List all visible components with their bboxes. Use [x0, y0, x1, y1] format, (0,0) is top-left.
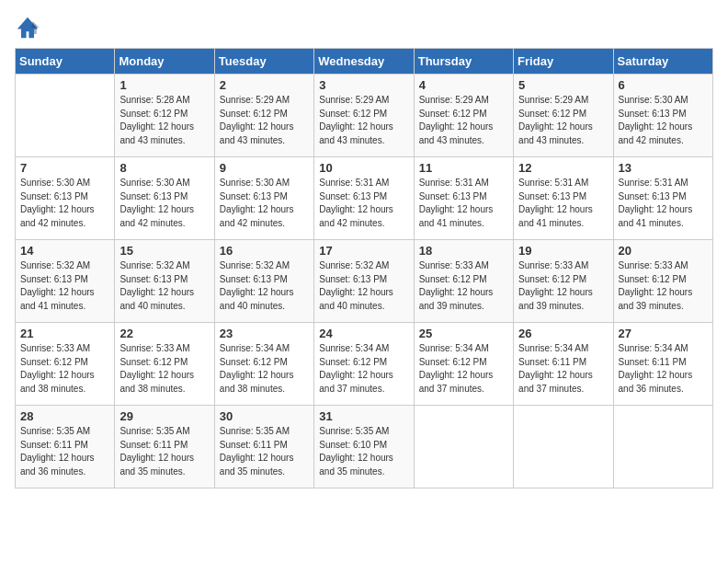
day-cell: 11Sunrise: 5:31 AM Sunset: 6:13 PM Dayli… [414, 157, 513, 240]
day-info: Sunrise: 5:32 AM Sunset: 6:13 PM Dayligh… [220, 259, 309, 313]
day-info: Sunrise: 5:33 AM Sunset: 6:12 PM Dayligh… [20, 342, 109, 396]
day-info: Sunrise: 5:32 AM Sunset: 6:13 PM Dayligh… [319, 259, 408, 313]
day-number: 28 [20, 409, 109, 423]
day-number: 11 [419, 161, 508, 175]
day-number: 7 [20, 161, 109, 175]
day-cell: 18Sunrise: 5:33 AM Sunset: 6:12 PM Dayli… [414, 240, 513, 323]
day-number: 12 [518, 161, 608, 175]
day-number: 6 [619, 78, 708, 92]
day-cell: 6Sunrise: 5:30 AM Sunset: 6:13 PM Daylig… [613, 75, 712, 157]
day-info: Sunrise: 5:33 AM Sunset: 6:12 PM Dayligh… [619, 259, 708, 313]
day-number: 25 [419, 327, 508, 340]
day-cell [613, 406, 712, 488]
day-info: Sunrise: 5:35 AM Sunset: 6:11 PM Dayligh… [20, 425, 109, 478]
day-number: 5 [518, 78, 608, 92]
column-header-friday: Friday [514, 49, 613, 75]
logo-icon [15, 15, 40, 40]
week-row-2: 7Sunrise: 5:30 AM Sunset: 6:13 PM Daylig… [16, 157, 713, 240]
week-row-5: 28Sunrise: 5:35 AM Sunset: 6:11 PM Dayli… [16, 406, 713, 488]
day-info: Sunrise: 5:29 AM Sunset: 6:12 PM Dayligh… [518, 94, 608, 147]
day-cell: 15Sunrise: 5:32 AM Sunset: 6:13 PM Dayli… [115, 240, 214, 323]
day-info: Sunrise: 5:35 AM Sunset: 6:11 PM Dayligh… [119, 425, 209, 478]
day-info: Sunrise: 5:34 AM Sunset: 6:12 PM Dayligh… [220, 342, 309, 396]
day-cell: 16Sunrise: 5:32 AM Sunset: 6:13 PM Dayli… [214, 240, 313, 323]
day-cell: 20Sunrise: 5:33 AM Sunset: 6:12 PM Dayli… [613, 240, 712, 323]
day-number: 26 [518, 327, 608, 340]
day-cell: 27Sunrise: 5:34 AM Sunset: 6:11 PM Dayli… [613, 323, 712, 406]
day-number: 15 [119, 244, 209, 258]
day-info: Sunrise: 5:33 AM Sunset: 6:12 PM Dayligh… [119, 342, 209, 396]
column-header-thursday: Thursday [414, 49, 513, 75]
day-info: Sunrise: 5:33 AM Sunset: 6:12 PM Dayligh… [518, 259, 608, 313]
day-cell: 25Sunrise: 5:34 AM Sunset: 6:12 PM Dayli… [414, 323, 513, 406]
day-cell [16, 75, 115, 157]
day-cell: 13Sunrise: 5:31 AM Sunset: 6:13 PM Dayli… [613, 157, 712, 240]
day-cell: 22Sunrise: 5:33 AM Sunset: 6:12 PM Dayli… [115, 323, 214, 406]
week-row-1: 1Sunrise: 5:28 AM Sunset: 6:12 PM Daylig… [16, 75, 713, 157]
day-info: Sunrise: 5:34 AM Sunset: 6:12 PM Dayligh… [319, 342, 408, 396]
day-cell: 10Sunrise: 5:31 AM Sunset: 6:13 PM Dayli… [314, 157, 414, 240]
day-number: 3 [319, 78, 408, 92]
day-cell: 19Sunrise: 5:33 AM Sunset: 6:12 PM Dayli… [514, 240, 613, 323]
day-cell: 14Sunrise: 5:32 AM Sunset: 6:13 PM Dayli… [16, 240, 115, 323]
day-number: 4 [419, 78, 508, 92]
day-number: 16 [220, 244, 309, 258]
day-info: Sunrise: 5:34 AM Sunset: 6:12 PM Dayligh… [419, 342, 508, 396]
day-number: 18 [419, 244, 508, 258]
day-info: Sunrise: 5:30 AM Sunset: 6:13 PM Dayligh… [220, 177, 309, 230]
calendar-table: SundayMondayTuesdayWednesdayThursdayFrid… [15, 48, 713, 488]
column-header-tuesday: Tuesday [214, 49, 313, 75]
day-cell: 4Sunrise: 5:29 AM Sunset: 6:12 PM Daylig… [414, 75, 513, 157]
week-row-3: 14Sunrise: 5:32 AM Sunset: 6:13 PM Dayli… [16, 240, 713, 323]
day-number: 8 [119, 161, 209, 175]
day-number: 20 [619, 244, 708, 258]
day-info: Sunrise: 5:30 AM Sunset: 6:13 PM Dayligh… [619, 94, 708, 147]
day-info: Sunrise: 5:31 AM Sunset: 6:13 PM Dayligh… [619, 177, 708, 230]
day-info: Sunrise: 5:34 AM Sunset: 6:11 PM Dayligh… [619, 342, 708, 396]
day-cell: 9Sunrise: 5:30 AM Sunset: 6:13 PM Daylig… [214, 157, 313, 240]
day-info: Sunrise: 5:32 AM Sunset: 6:13 PM Dayligh… [119, 259, 209, 313]
day-cell: 5Sunrise: 5:29 AM Sunset: 6:12 PM Daylig… [514, 75, 613, 157]
day-cell: 7Sunrise: 5:30 AM Sunset: 6:13 PM Daylig… [16, 157, 115, 240]
logo [15, 15, 44, 40]
column-header-wednesday: Wednesday [314, 49, 414, 75]
day-info: Sunrise: 5:32 AM Sunset: 6:13 PM Dayligh… [20, 259, 109, 313]
day-cell: 2Sunrise: 5:29 AM Sunset: 6:12 PM Daylig… [214, 75, 313, 157]
day-number: 2 [220, 78, 309, 92]
day-cell: 28Sunrise: 5:35 AM Sunset: 6:11 PM Dayli… [16, 406, 115, 488]
day-number: 22 [119, 327, 209, 340]
day-number: 23 [220, 327, 309, 340]
column-header-monday: Monday [115, 49, 214, 75]
day-info: Sunrise: 5:29 AM Sunset: 6:12 PM Dayligh… [419, 94, 508, 147]
day-number: 14 [20, 244, 109, 258]
column-header-sunday: Sunday [16, 49, 115, 75]
day-cell: 12Sunrise: 5:31 AM Sunset: 6:13 PM Dayli… [514, 157, 613, 240]
day-info: Sunrise: 5:31 AM Sunset: 6:13 PM Dayligh… [518, 177, 608, 230]
day-info: Sunrise: 5:35 AM Sunset: 6:11 PM Dayligh… [220, 425, 309, 478]
day-cell: 17Sunrise: 5:32 AM Sunset: 6:13 PM Dayli… [314, 240, 414, 323]
day-cell [414, 406, 513, 488]
page-header [15, 15, 713, 40]
day-number: 30 [220, 409, 309, 423]
day-number: 31 [319, 409, 408, 423]
day-info: Sunrise: 5:28 AM Sunset: 6:12 PM Dayligh… [119, 94, 209, 147]
day-cell: 8Sunrise: 5:30 AM Sunset: 6:13 PM Daylig… [115, 157, 214, 240]
day-info: Sunrise: 5:33 AM Sunset: 6:12 PM Dayligh… [419, 259, 508, 313]
day-number: 10 [319, 161, 408, 175]
day-info: Sunrise: 5:31 AM Sunset: 6:13 PM Dayligh… [319, 177, 408, 230]
day-info: Sunrise: 5:29 AM Sunset: 6:12 PM Dayligh… [220, 94, 309, 147]
day-cell: 3Sunrise: 5:29 AM Sunset: 6:12 PM Daylig… [314, 75, 414, 157]
day-info: Sunrise: 5:30 AM Sunset: 6:13 PM Dayligh… [20, 177, 109, 230]
day-cell: 26Sunrise: 5:34 AM Sunset: 6:11 PM Dayli… [514, 323, 613, 406]
day-info: Sunrise: 5:34 AM Sunset: 6:11 PM Dayligh… [518, 342, 608, 396]
day-info: Sunrise: 5:35 AM Sunset: 6:10 PM Dayligh… [319, 425, 408, 478]
day-number: 9 [220, 161, 309, 175]
day-cell: 29Sunrise: 5:35 AM Sunset: 6:11 PM Dayli… [115, 406, 214, 488]
day-cell: 21Sunrise: 5:33 AM Sunset: 6:12 PM Dayli… [16, 323, 115, 406]
day-number: 13 [619, 161, 708, 175]
day-number: 27 [619, 327, 708, 340]
day-number: 24 [319, 327, 408, 340]
day-cell: 31Sunrise: 5:35 AM Sunset: 6:10 PM Dayli… [314, 406, 414, 488]
day-info: Sunrise: 5:31 AM Sunset: 6:13 PM Dayligh… [419, 177, 508, 230]
day-number: 21 [20, 327, 109, 340]
